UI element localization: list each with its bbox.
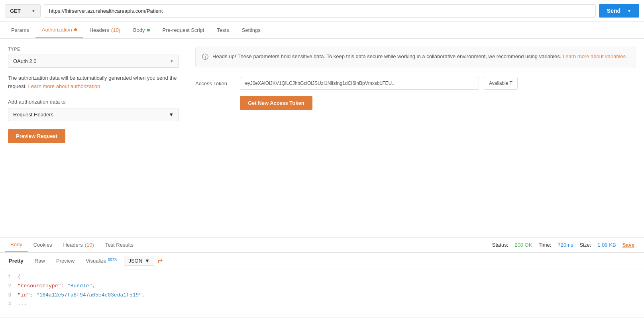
send-button[interactable]: Send ▼ — [599, 4, 639, 18]
code-tab-visualize[interactable]: Visualize BETA — [82, 256, 121, 265]
format-label: JSON — [128, 258, 142, 264]
method-chevron-icon: ▼ — [31, 9, 35, 13]
request-tabs: Params Authorization Headers (10) Body P… — [0, 22, 644, 39]
tab-tests[interactable]: Tests — [210, 22, 235, 38]
headers-badge: (10) — [111, 27, 120, 33]
tab-headers-label: Headers — [90, 27, 109, 33]
get-new-access-token-button[interactable]: Get New Access Token — [240, 96, 312, 110]
response-tab-test-results-label: Test Results — [105, 242, 134, 248]
tab-authorization[interactable]: Authorization — [35, 22, 83, 38]
code-tab-preview[interactable]: Preview — [52, 256, 79, 265]
left-panel: TYPE OAuth 2.0 ▼ The authorization data … — [0, 39, 187, 237]
main-content: TYPE OAuth 2.0 ▼ The authorization data … — [0, 39, 644, 237]
type-chevron-icon: ▼ — [170, 59, 174, 63]
size-label: Size: — [579, 242, 591, 248]
add-auth-chevron-icon: ▼ — [169, 112, 174, 118]
save-link[interactable]: Save — [622, 242, 634, 248]
response-tab-test-results[interactable]: Test Results — [100, 238, 139, 252]
tab-pre-request-label: Pre-request Script — [163, 27, 204, 33]
response-area: Body Cookies Headers (10) Test Results S… — [0, 237, 644, 317]
auth-description: The authorization data will be automatic… — [8, 74, 179, 91]
type-label: TYPE — [8, 47, 179, 51]
authorization-dot — [74, 28, 77, 31]
learn-more-link[interactable]: Learn more about authorization — [28, 83, 100, 89]
code-tab-raw[interactable]: Raw — [31, 256, 49, 265]
format-chevron-icon: ▼ — [145, 258, 150, 264]
response-tab-cookies-label: Cookies — [33, 242, 52, 248]
warning-icon: ⓘ — [202, 53, 208, 61]
tab-body[interactable]: Body — [127, 22, 156, 38]
response-tab-body[interactable]: Body — [5, 238, 28, 252]
type-value: OAuth 2.0 — [13, 58, 37, 64]
response-tab-cookies[interactable]: Cookies — [28, 238, 58, 252]
tab-body-label: Body — [133, 27, 145, 33]
tab-headers[interactable]: Headers (10) — [83, 22, 127, 38]
add-auth-value: Request Headers — [13, 112, 53, 118]
tab-params[interactable]: Params — [5, 22, 35, 38]
wrap-icon[interactable]: ⇄ — [157, 257, 163, 265]
send-chevron-icon: ▼ — [624, 9, 631, 13]
access-token-label: Access Token — [195, 80, 235, 86]
tab-tests-label: Tests — [217, 27, 229, 33]
code-line-3: 3 "id": "164a12e57fa8f947a65e4c03eda1f51… — [0, 291, 644, 300]
tab-params-label: Params — [11, 27, 29, 33]
token-row: Access Token Available T — [195, 77, 636, 90]
add-auth-label: Add authorization data to — [8, 99, 179, 105]
available-tokens-button[interactable]: Available T — [484, 77, 518, 90]
method-label: GET — [10, 8, 21, 14]
right-panel: ⓘ Heads up! These parameters hold sensit… — [187, 39, 644, 237]
response-status: Status: 200 OK Time: 720ms Size: 1.09 KB… — [492, 242, 639, 248]
response-tab-headers-label: Headers — [63, 242, 83, 248]
response-tab-headers[interactable]: Headers (10) — [58, 238, 100, 252]
body-dot — [147, 29, 150, 31]
warning-box: ⓘ Heads up! These parameters hold sensit… — [195, 47, 636, 67]
time-value: 720ms — [558, 242, 573, 248]
tab-pre-request[interactable]: Pre-request Script — [156, 22, 211, 38]
time-label: Time: — [538, 242, 551, 248]
status-label: Status: — [492, 242, 508, 248]
access-token-input[interactable] — [240, 77, 479, 90]
url-bar: GET ▼ Send ▼ — [0, 0, 644, 22]
code-toolbar: Pretty Raw Preview Visualize BETA JSON ▼… — [0, 253, 644, 269]
variables-link[interactable]: Learn more about variables — [563, 53, 626, 59]
method-select[interactable]: GET ▼ — [5, 4, 41, 18]
tab-settings[interactable]: Settings — [236, 22, 267, 38]
add-auth-select[interactable]: Request Headers ▼ — [8, 108, 179, 121]
response-tabs-bar: Body Cookies Headers (10) Test Results S… — [0, 238, 644, 253]
tab-settings-label: Settings — [242, 27, 261, 33]
size-value: 1.09 KB — [597, 242, 616, 248]
code-line-2: 2 "resourceType": "Bundle", — [0, 282, 644, 291]
get-token-row: Get New Access Token — [195, 96, 636, 110]
code-area: 1 { 2 "resourceType": "Bundle", 3 "id": … — [0, 269, 644, 312]
code-tab-pretty[interactable]: Pretty — [5, 256, 27, 265]
response-tab-body-label: Body — [10, 241, 22, 247]
preview-request-button[interactable]: Preview Request — [8, 129, 65, 143]
code-line-4: 4 ... — [0, 300, 644, 309]
send-label: Send — [607, 8, 620, 14]
code-line-1: 1 { — [0, 273, 644, 282]
warning-text: Heads up! These parameters hold sensitiv… — [212, 53, 626, 61]
status-value: 200 OK — [514, 242, 532, 248]
response-headers-badge: (10) — [85, 242, 94, 248]
url-input[interactable] — [44, 4, 596, 18]
tab-authorization-label: Authorization — [42, 27, 72, 33]
type-select[interactable]: OAuth 2.0 ▼ — [8, 55, 179, 68]
format-select[interactable]: JSON ▼ — [124, 256, 154, 266]
